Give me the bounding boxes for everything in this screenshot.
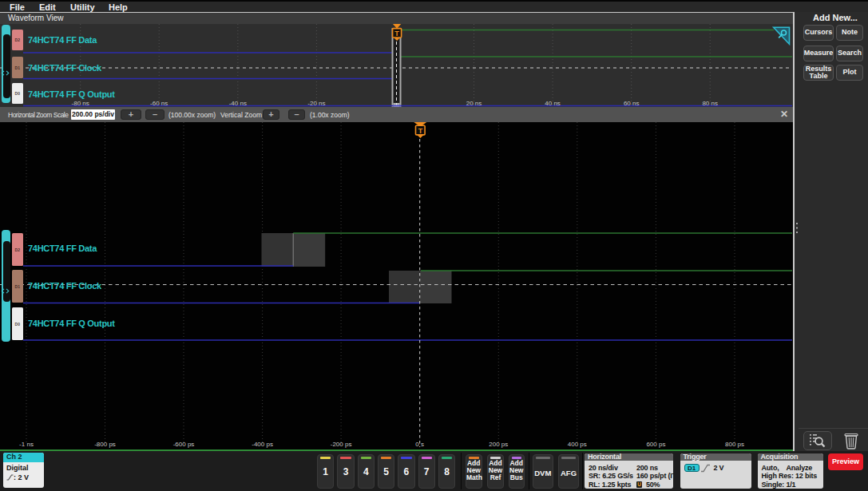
svg-text:-600 ps: -600 ps xyxy=(173,441,195,448)
svg-text:-400 ps: -400 ps xyxy=(252,441,273,448)
svg-text:-1 ns: -1 ns xyxy=(19,441,34,448)
svg-text:T: T xyxy=(418,127,423,135)
svg-text:400 ps: 400 ps xyxy=(568,441,587,448)
svg-text:T: T xyxy=(394,30,399,38)
svg-text:600 ps: 600 ps xyxy=(646,441,665,448)
svg-text:-200 ps: -200 ps xyxy=(331,441,352,448)
svg-text:200 ps: 200 ps xyxy=(489,441,508,448)
svg-text:-800 ps: -800 ps xyxy=(94,441,116,448)
svg-text:0 s: 0 s xyxy=(415,441,424,448)
svg-text:800 ps: 800 ps xyxy=(725,441,744,448)
